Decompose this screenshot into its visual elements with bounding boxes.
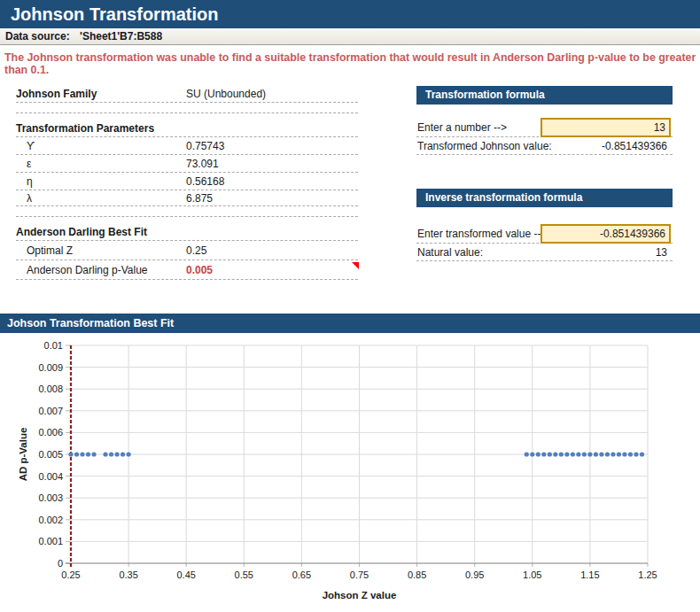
data-point xyxy=(559,452,564,456)
param-eta-symbol: η xyxy=(27,175,33,188)
transformed-value-label: Transformed Johnson value: xyxy=(417,140,552,152)
y-tick-label: 0.002 xyxy=(38,515,63,525)
data-point xyxy=(548,452,552,456)
enter-number-label: Enter a number --> xyxy=(417,121,507,134)
data-point xyxy=(640,452,644,456)
x-tick-label: 0.85 xyxy=(408,569,426,580)
optimal-z-value: 0.25 xyxy=(186,244,206,257)
y-tick-label: 0.01 xyxy=(44,340,63,351)
param-gamma-symbol: ϒ xyxy=(27,140,35,152)
separator xyxy=(16,216,358,217)
comment-indicator-icon xyxy=(352,262,359,269)
data-source-label: Data source: xyxy=(5,30,70,43)
data-point xyxy=(611,452,615,456)
y-tick-label: 0.005 xyxy=(38,449,63,460)
x-tick-label: 1.05 xyxy=(523,569,541,580)
data-point xyxy=(541,452,546,456)
data-point xyxy=(617,452,621,456)
x-tick-label: 0.95 xyxy=(465,569,484,580)
bestfit-chart: 00.0010.0020.0030.0040.0050.0060.0070.00… xyxy=(0,331,700,612)
ad-p-value-row: Anderson Darling p-Value 0.005 xyxy=(16,260,358,280)
johnson-transformation-sheet: Johnson Transformation Data source: 'She… xyxy=(0,0,700,612)
param-lambda-row: λ 6.875 xyxy=(16,190,358,206)
y-tick-label: 0.007 xyxy=(38,406,63,416)
y-tick-label: 0.009 xyxy=(38,362,63,373)
data-point xyxy=(564,452,569,456)
anderson-title: Anderson Darling Best Fit xyxy=(16,226,147,238)
natural-value: 13 xyxy=(656,246,667,259)
y-tick-label: 0.006 xyxy=(38,427,63,438)
data-point xyxy=(605,452,610,456)
data-point xyxy=(587,452,592,456)
separator xyxy=(16,112,358,113)
data-point xyxy=(582,452,587,456)
y-tick-label: 0 xyxy=(58,558,63,569)
y-tick-label: 0.008 xyxy=(38,383,63,394)
y-tick-label: 0.001 xyxy=(38,536,63,546)
transformed-value: -0.851439366 xyxy=(602,140,667,152)
ad-p-value-value: 0.005 xyxy=(186,264,213,276)
data-point xyxy=(634,452,638,456)
x-tick-label: 1.15 xyxy=(580,569,599,580)
param-lambda-symbol: λ xyxy=(27,192,32,205)
parameters-title-row: Transformation Parameters xyxy=(16,120,358,137)
johnson-family-value: SU (Unbounded) xyxy=(186,88,266,100)
chart-section-header: Johson Transformation Best Fit xyxy=(0,314,700,333)
enter-transformed-label: Enter transformed value --> xyxy=(417,228,547,240)
data-point xyxy=(628,452,633,456)
data-source-bar: Data source: 'Sheet1'B7:B588 xyxy=(0,28,700,45)
natural-value-label: Natural value: xyxy=(417,246,483,259)
anderson-title-row: Anderson Darling Best Fit xyxy=(16,224,358,241)
data-point xyxy=(536,452,541,456)
data-point xyxy=(74,452,79,456)
transformed-input[interactable] xyxy=(541,224,671,244)
data-point xyxy=(86,452,90,456)
enter-transformed-row: Enter transformed value --> xyxy=(416,224,673,244)
y-tick-label: 0.003 xyxy=(38,492,63,503)
data-source-value: 'Sheet1'B7:B588 xyxy=(80,30,162,43)
data-point xyxy=(109,452,113,456)
johnson-family-row: Johnson Family SU (Unbounded) xyxy=(16,85,358,103)
parameters-title: Transformation Parameters xyxy=(16,122,154,135)
param-epsilon-symbol: ε xyxy=(27,158,31,170)
param-gamma-value: 0.75743 xyxy=(186,140,224,152)
param-gamma-row: ϒ 0.75743 xyxy=(16,137,358,155)
x-tick-label: 0.65 xyxy=(292,569,311,580)
param-eta-row: η 0.56168 xyxy=(16,173,358,190)
number-input[interactable] xyxy=(541,118,671,137)
warning-message: The Johnson transformation was unable to… xyxy=(4,51,697,76)
data-point xyxy=(525,452,529,456)
data-point xyxy=(571,452,575,456)
x-tick-label: 0.75 xyxy=(350,569,369,580)
data-point xyxy=(68,452,73,456)
data-point xyxy=(594,452,598,456)
enter-number-row: Enter a number --> xyxy=(416,118,673,137)
data-point xyxy=(103,452,107,456)
optimal-z-row: Optimal Z 0.25 xyxy=(16,241,358,260)
natural-value-row: Natural value: 13 xyxy=(416,244,673,261)
data-point xyxy=(553,452,557,456)
inverse-formula-header: Inverse transformation formula xyxy=(416,189,673,207)
transformed-value-row: Transformed Johnson value: -0.851439366 xyxy=(416,137,673,155)
x-tick-label: 0.25 xyxy=(61,569,80,580)
y-axis-title: AD p-Value xyxy=(18,428,28,482)
x-tick-label: 0.35 xyxy=(119,569,137,580)
x-axis-title: Johson Z value xyxy=(323,590,397,600)
data-point xyxy=(114,452,119,456)
x-tick-label: 0.55 xyxy=(235,569,253,580)
x-tick-label: 0.45 xyxy=(176,569,195,580)
data-point xyxy=(127,452,131,456)
data-point xyxy=(121,452,125,456)
param-eta-value: 0.56168 xyxy=(186,175,224,188)
data-point xyxy=(80,452,84,456)
johnson-family-label: Johnson Family xyxy=(16,88,97,100)
x-tick-label: 1.25 xyxy=(638,569,657,580)
param-lambda-value: 6.875 xyxy=(186,192,213,205)
optimal-z-label: Optimal Z xyxy=(27,244,73,257)
data-point xyxy=(599,452,603,456)
data-point xyxy=(530,452,534,456)
data-point xyxy=(91,452,96,456)
data-point xyxy=(576,452,580,456)
param-epsilon-row: ε 73.091 xyxy=(16,155,358,173)
ad-p-value-label: Anderson Darling p-Value xyxy=(27,264,148,276)
